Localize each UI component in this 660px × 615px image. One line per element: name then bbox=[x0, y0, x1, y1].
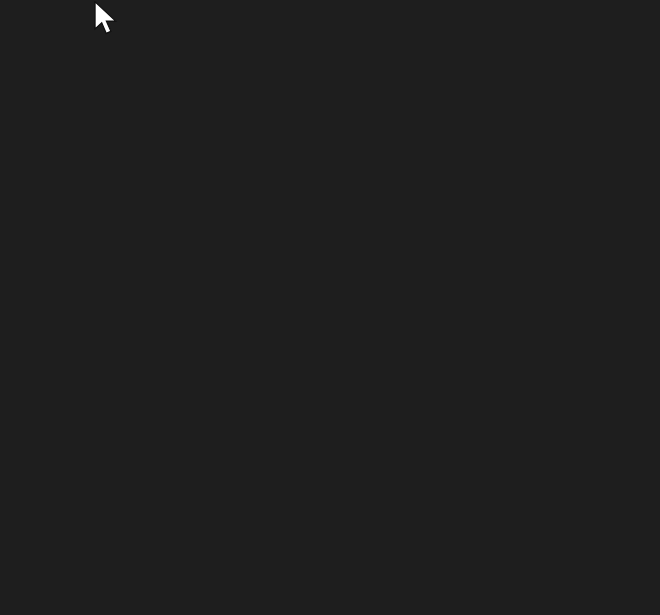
code-editor[interactable] bbox=[0, 4, 660, 615]
editor-window: { "window": { "accent_bar_color": "#0d7c… bbox=[0, 0, 660, 615]
